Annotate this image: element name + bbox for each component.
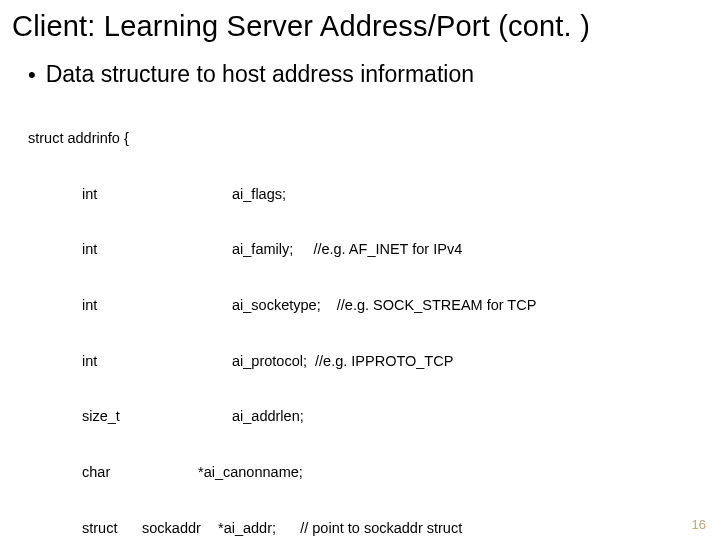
struct-field: structsockaddr*ai_addr; // point to sock… [28, 519, 692, 538]
struct-field: intai_flags; [28, 185, 692, 204]
struct-field: intai_socketype; //e.g. SOCK_STREAM for … [28, 296, 692, 315]
bullet-dot-icon: • [28, 64, 36, 86]
slide-title: Client: Learning Server Address/Port (co… [0, 0, 720, 45]
bullet-data-structure: • Data structure to host address informa… [28, 61, 692, 88]
struct-field: intai_family; //e.g. AF_INET for IPv4 [28, 240, 692, 259]
page-number: 16 [692, 517, 706, 532]
struct-open: struct addrinfo { [28, 129, 692, 148]
bullet-text: Data structure to host address informati… [46, 61, 474, 88]
struct-field: size_tai_addrlen; [28, 407, 692, 426]
struct-code-block: struct addrinfo { intai_flags; intai_fam… [28, 92, 692, 540]
slide-body: • Data structure to host address informa… [0, 45, 720, 540]
struct-field: intai_protocol; //e.g. IPPROTO_TCP [28, 352, 692, 371]
struct-field: char*ai_canonname; [28, 463, 692, 482]
